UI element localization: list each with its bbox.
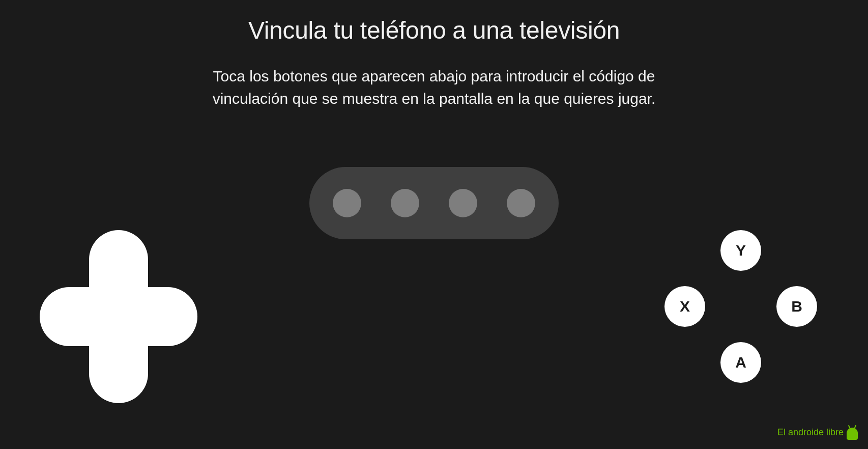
y-button[interactable]: Y	[720, 230, 761, 271]
page-title: Vincula tu teléfono a una televisión	[0, 16, 868, 44]
code-digit-placeholder	[449, 189, 477, 217]
page-description: Toca los botones que aparecen abajo para…	[0, 65, 868, 109]
b-button[interactable]: B	[776, 286, 817, 327]
android-icon	[847, 426, 858, 439]
action-button-cluster: Y X B A	[664, 230, 817, 383]
a-button[interactable]: A	[720, 342, 761, 383]
watermark: El androide libre	[777, 426, 858, 439]
dpad-horizontal-axis[interactable]	[40, 287, 197, 346]
code-digit-placeholder	[507, 189, 535, 217]
x-button[interactable]: X	[664, 286, 705, 327]
code-digit-placeholder	[391, 189, 419, 217]
dpad[interactable]	[40, 230, 197, 403]
link-code-display	[309, 167, 559, 239]
code-digit-placeholder	[333, 189, 361, 217]
watermark-text: El androide libre	[777, 427, 844, 438]
